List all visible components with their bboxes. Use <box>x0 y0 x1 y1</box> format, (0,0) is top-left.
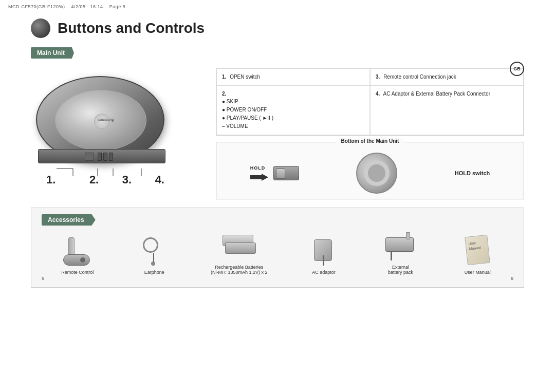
hold-switch-device <box>273 166 299 180</box>
hold-slider <box>276 169 285 179</box>
item3-label: Remote control Connection jack <box>383 74 456 80</box>
ext-battery-icon <box>383 231 419 262</box>
page-num-left: 5 <box>42 276 44 281</box>
battery-circle-icon <box>356 153 397 194</box>
main-unit-section: Main Unit samsung <box>31 47 524 199</box>
num-3: 3. <box>122 173 132 186</box>
item2-bullets: ● SKIP● POWER ON/OFF● PLAY/PAUSE ( ►II )… <box>222 98 364 130</box>
control-3-group <box>98 153 113 161</box>
manual-icon: UserManual <box>459 236 495 267</box>
hold-switch-label: HOLD switch <box>455 170 490 176</box>
num-4: 4. <box>155 173 164 186</box>
doc-page: Page 5 <box>109 4 126 9</box>
player-area: samsung <box>31 66 200 189</box>
gb-icon: GB <box>510 62 524 76</box>
item4-label: AC Adaptor & External Battery Pack Conne… <box>383 91 490 97</box>
manual-body: UserManual <box>465 235 490 265</box>
hold-arrow-icon <box>250 174 268 181</box>
info-cell-2: 2. ● SKIP● POWER ON/OFF● PLAY/PAUSE ( ►I… <box>216 85 370 135</box>
battery-inner <box>364 160 390 186</box>
batteries-icon <box>221 231 257 262</box>
page-num-right: 6 <box>511 276 513 281</box>
bottom-unit-box: Bottom of the Main Unit HOLD <box>216 142 524 199</box>
earphone-jack <box>151 262 155 266</box>
right-info: GB 1. OPEN switch 3. Remote control Conn… <box>216 66 524 199</box>
accessories-footer: 5 6 <box>42 276 513 281</box>
accessory-remote: Remote Control <box>57 236 98 275</box>
remote-body-shape <box>63 254 90 266</box>
hold-area: HOLD <box>250 165 299 181</box>
remote-label: Remote Control <box>61 270 94 275</box>
svg-marker-5 <box>250 174 268 181</box>
earphone-bud <box>143 237 158 253</box>
ext-battery-cap <box>406 232 410 239</box>
bottom-unit-title: Bottom of the Main Unit <box>337 138 403 144</box>
accessories-section: Accessories Remote Control <box>31 208 524 288</box>
ac-cable <box>323 255 324 266</box>
accessory-batteries: Rechargeable Batteries (Ni-MH: 1350mAh 1… <box>211 231 268 275</box>
batteries-label: Rechargeable Batteries (Ni-MH: 1350mAh 1… <box>211 265 268 275</box>
controls-table: 1. OPEN switch 3. Remote control Connect… <box>216 68 524 136</box>
ext-battery-body <box>385 237 414 252</box>
manual-label: User Manual <box>465 270 491 275</box>
item2-num: 2. <box>222 91 226 97</box>
info-cell-1: 1. OPEN switch <box>216 68 370 85</box>
item1-label: OPEN switch <box>230 74 260 80</box>
info-cell-4: 4. AC Adaptor & External Battery Pack Co… <box>370 85 524 135</box>
ac-icon <box>306 236 342 267</box>
accessory-earphone: Earphone <box>134 236 175 275</box>
page-title: Buttons and Controls <box>58 20 205 36</box>
disc-center <box>94 114 109 129</box>
doc-id: MCD-CF570(GB-F120%) <box>8 4 65 9</box>
doc-date: 4/2/05 <box>71 4 86 9</box>
doc-time: 16:14 <box>90 4 103 9</box>
main-unit-label: Main Unit <box>31 47 74 59</box>
controls-strip <box>38 149 165 163</box>
samsung-brand: samsung <box>98 118 114 121</box>
ext-battery-label: External battery pack <box>388 265 413 275</box>
info-cell-3: 3. Remote control Connection jack <box>370 68 524 85</box>
title-area: Buttons and Controls <box>31 18 524 38</box>
hold-text: HOLD <box>250 165 266 171</box>
disc-surface: samsung <box>55 90 146 151</box>
remote-clip-shape <box>68 237 75 257</box>
ext-battery-cable <box>391 251 392 260</box>
main-unit-body: samsung <box>31 66 524 199</box>
control-2 <box>85 153 94 161</box>
battery-2 <box>225 242 256 254</box>
title-ball-icon <box>31 18 50 38</box>
earphone-label: Earphone <box>144 270 164 275</box>
num-2: 2. <box>89 173 99 186</box>
remote-icon <box>60 236 96 267</box>
item4-num: 4. <box>376 91 380 97</box>
main-content: Buttons and Controls Main Unit samsung <box>0 13 555 293</box>
page-meta: MCD-CF570(GB-F120%) 4/2/05 16:14 Page 5 <box>0 0 555 13</box>
item1-num: 1. <box>222 74 226 80</box>
hold-label-box: HOLD <box>250 165 268 181</box>
earphone-icon <box>136 236 172 267</box>
accessory-ext-battery: External battery pack <box>380 231 421 275</box>
hold-button <box>273 166 299 180</box>
ac-label: AC adaptor <box>312 270 336 275</box>
number-labels: 1. 2. 3. 4. <box>31 173 180 186</box>
item3-num: 3. <box>376 74 380 80</box>
accessories-grid: Remote Control Earphone <box>42 231 513 275</box>
accessory-manual: UserManual User Manual <box>457 236 498 275</box>
bottom-unit-content: HOLD <box>221 147 519 194</box>
accessory-ac: AC adaptor <box>303 236 344 275</box>
num-1: 1. <box>46 173 55 186</box>
accessories-label: Accessories <box>42 214 96 226</box>
